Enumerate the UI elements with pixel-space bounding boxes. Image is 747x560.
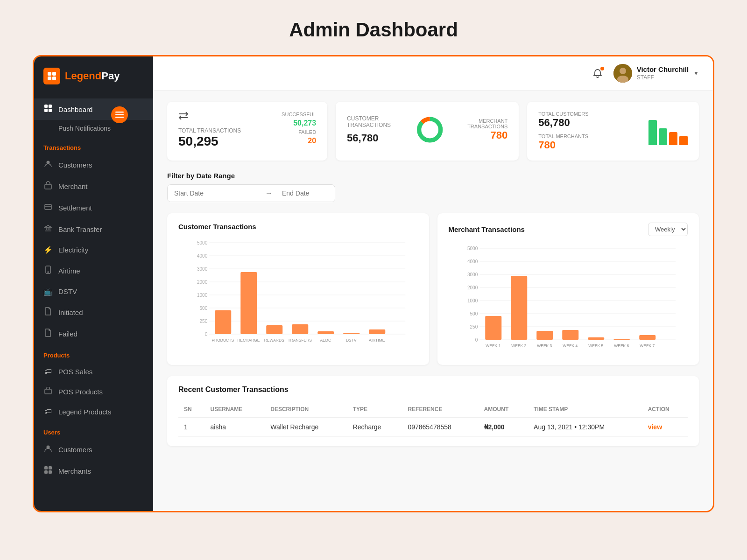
notifications-button[interactable] [589, 65, 606, 82]
merchant-bar-chart: 5000 4000 3000 2000 1000 500 250 0 WEEK … [449, 244, 688, 356]
sidebar-item-bank-transfer[interactable]: Bank Transfer [34, 218, 153, 240]
chevron-down-icon: ▼ [693, 70, 699, 77]
svg-rect-3 [52, 77, 56, 80]
sidebar-item-settlement[interactable]: Settlement [34, 197, 153, 218]
svg-text:REWARDS: REWARDS [264, 338, 284, 343]
svg-text:0: 0 [475, 337, 478, 343]
cell-reference: 097865478558 [402, 418, 478, 437]
cell-timestamp: Aug 13, 2021 • 12:30PM [528, 418, 642, 437]
dashboard-icon [43, 104, 53, 114]
svg-text:4000: 4000 [197, 253, 208, 259]
date-arrow-icon: → [262, 189, 275, 197]
sidebar-item-pos-sales[interactable]: 🏷 POS Sales [34, 362, 153, 381]
sidebar-item-dashboard[interactable]: Dashboard [34, 98, 153, 120]
sidebar-item-failed[interactable]: Failed [34, 323, 153, 344]
filter-section: Filter by Date Range → 📅 [167, 172, 699, 202]
sidebar-item-merchants[interactable]: Merchants [34, 460, 153, 482]
hamburger-button[interactable] [111, 106, 128, 123]
successful-value: 50,273 [282, 118, 316, 128]
merchant-transactions-value: 780 [453, 129, 507, 141]
section-users: Users [34, 421, 153, 439]
sidebar-item-settlement-label: Settlement [58, 204, 92, 212]
sidebar-item-customers[interactable]: Customers [34, 439, 153, 460]
svg-rect-58 [343, 333, 359, 334]
svg-text:5000: 5000 [467, 246, 478, 251]
sidebar-item-airtime[interactable]: Airtime [34, 260, 153, 281]
sidebar-item-pos-products[interactable]: POS Products [34, 381, 153, 402]
sidebar-item-initiated-label: Initiated [58, 308, 83, 316]
svg-rect-1 [52, 72, 56, 76]
recent-transactions-section: Recent Customer Transactions SN USERNAME… [167, 376, 699, 446]
bank-transfer-icon [43, 224, 53, 234]
sidebar-item-airtime-label: Airtime [58, 267, 80, 275]
customers-tx-icon [43, 160, 53, 170]
sidebar-nav: Dashboard Push Notifications Transaction… [34, 94, 153, 502]
sidebar-item-dstv[interactable]: 📺 DSTV [34, 281, 153, 301]
user-role: STAFF [637, 74, 689, 82]
sidebar-item-initiated[interactable]: Initiated [34, 301, 153, 323]
svg-rect-86 [588, 337, 604, 340]
cell-amount: ₦2,000 [479, 418, 529, 437]
charts-row: Customer Transactions [167, 213, 699, 365]
total-customers-label: TOTAL CUSTOMERS [538, 111, 641, 117]
col-action: ACTION [642, 401, 688, 418]
col-type: TYPE [347, 401, 402, 418]
sidebar-item-failed-label: Failed [58, 330, 78, 338]
period-select[interactable]: Weekly [648, 223, 688, 236]
svg-text:AIRTIME: AIRTIME [369, 338, 385, 343]
svg-text:TRANSFERS: TRANSFERS [288, 338, 312, 343]
cell-type: Recharge [347, 418, 402, 437]
col-timestamp: TIME STAMP [528, 401, 642, 418]
svg-text:2000: 2000 [197, 280, 208, 285]
cell-action[interactable]: view [642, 418, 688, 437]
svg-point-16 [48, 272, 49, 273]
top-header: Victor Churchill STAFF ▼ [153, 56, 713, 91]
customer-chart-title: Customer Transactions [178, 223, 256, 231]
svg-rect-22 [49, 470, 52, 474]
cell-description: Wallet Recharge [265, 418, 347, 437]
sidebar-item-electricity[interactable]: ⚡ Electricity [34, 240, 153, 260]
table-title: Recent Customer Transactions [178, 385, 688, 394]
pos-products-icon [43, 387, 53, 396]
sidebar-item-dstv-label: DSTV [58, 287, 77, 295]
user-profile[interactable]: Victor Churchill STAFF ▼ [613, 64, 699, 83]
svg-rect-82 [536, 331, 553, 340]
merchant-chart-title: Merchant Transactions [449, 225, 525, 233]
svg-text:0: 0 [205, 332, 208, 337]
svg-point-27 [620, 68, 626, 74]
start-date-input[interactable] [168, 185, 262, 202]
sidebar-item-customers-tx[interactable]: Customers [34, 154, 153, 175]
end-date-input[interactable] [275, 185, 335, 202]
customers-icon [43, 444, 53, 455]
svg-rect-20 [49, 466, 52, 469]
svg-rect-6 [44, 109, 48, 112]
date-range: → 📅 [167, 184, 335, 202]
sidebar-item-legend-products[interactable]: 🏷 Legend Products [34, 402, 153, 421]
sidebar-item-merchant[interactable]: Merchant [34, 175, 153, 197]
svg-rect-12 [48, 228, 49, 230]
col-reference: REFERENCE [402, 401, 478, 418]
col-username: USERNAME [205, 401, 265, 418]
svg-text:WEEK 3: WEEK 3 [537, 343, 552, 348]
svg-text:1000: 1000 [197, 293, 208, 298]
merchant-icon [43, 181, 53, 191]
svg-rect-5 [49, 105, 52, 108]
sidebar-item-push-notifications[interactable]: Push Notifications [34, 120, 153, 137]
svg-text:DSTV: DSTV [346, 338, 357, 343]
merchants-icon [43, 466, 53, 476]
failed-icon [43, 329, 53, 339]
svg-text:250: 250 [470, 324, 478, 329]
section-products: Products [34, 344, 153, 362]
svg-rect-9 [45, 184, 51, 189]
total-customers-value: 56,780 [538, 117, 641, 129]
svg-rect-90 [639, 335, 655, 340]
svg-text:3000: 3000 [197, 266, 208, 272]
customers-card: TOTAL CUSTOMERS 56,780 TOTAL MERCHANTS 7… [527, 102, 699, 161]
svg-text:1000: 1000 [467, 298, 478, 303]
svg-text:250: 250 [200, 319, 208, 324]
section-transactions: Transactions [34, 137, 153, 154]
sidebar-item-bank-transfer-label: Bank Transfer [58, 225, 102, 233]
failed-value: 20 [282, 136, 316, 146]
view-link[interactable]: view [648, 423, 662, 431]
push-notification-label: Push Notifications [58, 125, 111, 132]
